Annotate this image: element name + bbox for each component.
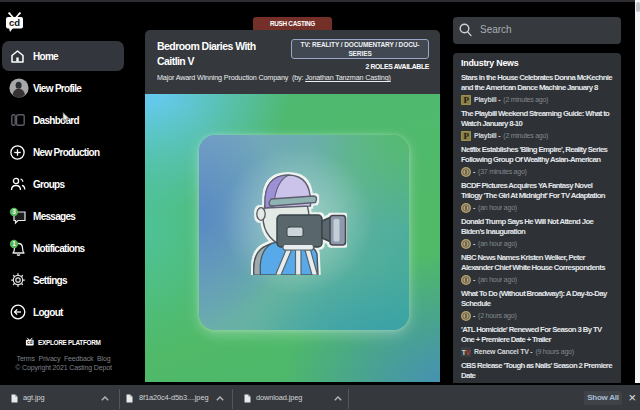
- svg-text:P: P: [463, 95, 469, 105]
- svg-text:3: 3: [12, 208, 16, 215]
- svg-text:cd: cd: [9, 17, 20, 28]
- svg-text:P: P: [463, 131, 469, 141]
- svg-text:1: 1: [12, 240, 16, 247]
- svg-text:V: V: [466, 348, 471, 357]
- svg-text:cd: cd: [27, 340, 33, 345]
